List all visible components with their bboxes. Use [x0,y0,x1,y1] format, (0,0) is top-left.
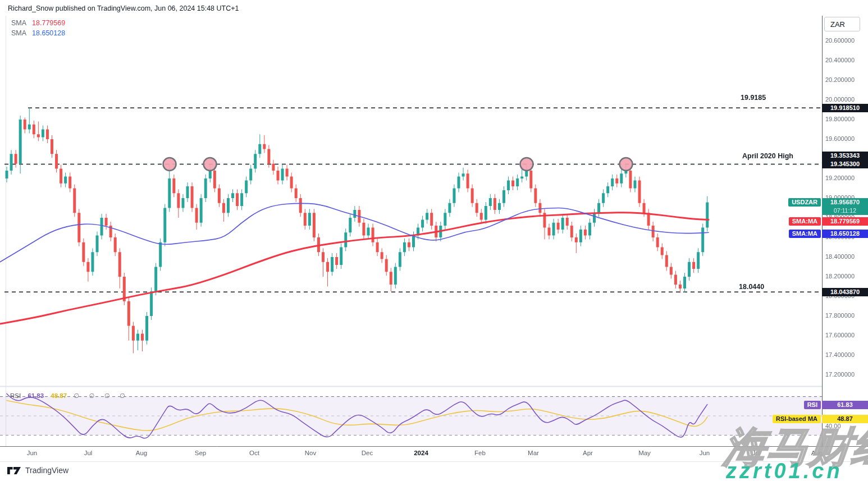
sma-red-tag: SMA:MA [789,217,821,226]
level-axis-label: 19.345300 [822,160,868,168]
sma-legend-row-2[interactable]: SMA18.650128 [11,29,65,37]
sma-legend-label: SMA [11,19,26,27]
price-tick-label: 18.400000 [825,253,867,260]
level-axis-label: 19.918510 [822,104,868,112]
rsi-legend-value: 61.83 [28,392,44,399]
currency-axis-button[interactable]: ZAR [824,17,860,31]
rsi-ma-legend-value: 48.87 [51,392,67,399]
time-tick-label[interactable]: Sep [195,450,206,456]
sma-blue-axis-label: 18.650128 [822,230,868,238]
price-tick-label: 17.600000 [825,332,867,338]
level-axis-label: 19.353343 [822,152,868,160]
time-tick-label[interactable]: Jun [700,450,710,456]
last-price-value: 18.956870 [822,198,868,207]
tradingview-published-chart: { "header": { "published": "Richard_Snow… [0,0,868,481]
tradingview-brand-text: TradingView [25,466,68,475]
price-tick-label: 17.200000 [825,371,867,378]
price-tick-label: 19.800000 [825,116,867,122]
time-tick-label[interactable]: Aug [136,450,147,456]
price-tick-label: 17.400000 [825,351,867,358]
time-tick-label[interactable]: Dec [362,450,373,456]
tradingview-logo-icon [7,466,21,475]
time-tick-label[interactable]: May [638,450,651,456]
price-tick-label: 20.400000 [825,57,867,63]
time-tick-label[interactable]: Feb [474,450,486,456]
time-tick-label[interactable]: Mar [528,450,539,456]
price-tick-label: 20.000000 [825,96,867,103]
rsi-axis-label: 61.83 [822,401,868,409]
sma-legend-row-1[interactable]: SMA18.779569 [11,19,65,27]
rsi-legend-label: RSI [10,392,21,399]
rsi-tag: RSI [804,401,821,409]
level-annotation-18-0440[interactable]: 18.0440 [739,283,764,291]
time-tick-label[interactable]: Apr [583,450,593,456]
time-tick-label[interactable]: 2024 [414,450,428,456]
price-tick-label: 17.800000 [825,312,867,319]
level-axis-label: 18.043870 [822,288,868,296]
level-annotation-april-2020-high[interactable]: April 2020 High [742,152,793,160]
sma-red-axis-label: 18.779569 [822,217,868,226]
watermark-url-text: zzrt01.cn [726,459,843,481]
symbol-tag: USDZAR [788,198,821,207]
sma-legend-value: 18.650128 [32,29,65,37]
price-tick-label: 19.600000 [825,135,867,142]
rsi-legend[interactable]: RSI 61.83 48.87 ∅ ∅ ∅ ∅ [10,392,134,400]
time-tick-label[interactable]: Nov [305,450,316,456]
tradingview-brand[interactable]: TradingView [7,466,68,475]
price-tick-label: 18.200000 [825,273,867,280]
price-tick-label: 19.200000 [825,175,867,181]
published-byline: Richard_Snow published on TradingView.co… [8,4,239,12]
level-annotation-19-9185[interactable]: 19.9185 [741,94,766,102]
sma-legend-label: SMA [11,29,26,37]
sma-blue-tag: SMA:MA [789,230,821,238]
sma-legend-value: 18.779569 [32,19,65,27]
price-tick-label: 20.200000 [825,76,867,83]
price-tick-label: 20.600000 [825,37,867,44]
bar-countdown: 07:11:12 [822,207,868,214]
rsi-legend-empty-values: ∅ ∅ ∅ ∅ [74,392,129,399]
last-price-axis-label: 18.956870 07:11:12 [822,198,868,215]
time-tick-label[interactable]: Jun [27,450,38,456]
time-tick-label[interactable]: Jul [84,450,93,456]
price-chart-canvas[interactable] [0,0,868,481]
time-tick-label[interactable]: Oct [249,450,259,456]
